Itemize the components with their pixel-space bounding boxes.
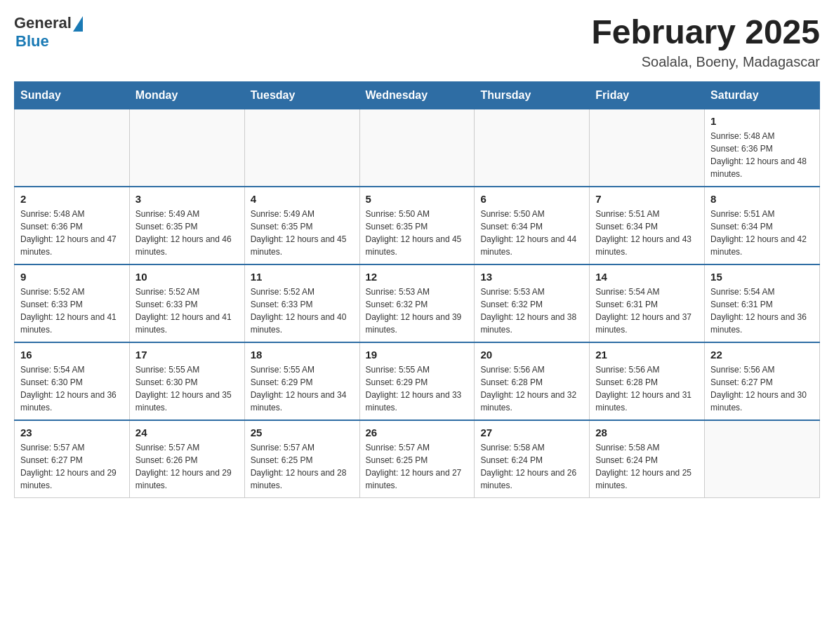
calendar-cell: 23Sunrise: 5:57 AM Sunset: 6:27 PM Dayli… [15, 420, 130, 498]
calendar-cell [705, 420, 820, 498]
calendar-cell: 26Sunrise: 5:57 AM Sunset: 6:25 PM Dayli… [359, 420, 475, 498]
day-number: 15 [710, 271, 814, 283]
calendar-cell: 24Sunrise: 5:57 AM Sunset: 6:26 PM Dayli… [129, 420, 244, 498]
calendar-cell [129, 109, 244, 187]
day-info: Sunrise: 5:57 AM Sunset: 6:27 PM Dayligh… [20, 441, 124, 492]
day-info: Sunrise: 5:48 AM Sunset: 6:36 PM Dayligh… [710, 130, 814, 180]
calendar-cell: 12Sunrise: 5:53 AM Sunset: 6:32 PM Dayli… [359, 264, 475, 342]
col-thursday: Thursday [475, 81, 590, 109]
calendar-cell: 13Sunrise: 5:53 AM Sunset: 6:32 PM Dayli… [475, 264, 590, 342]
day-info: Sunrise: 5:51 AM Sunset: 6:34 PM Dayligh… [595, 208, 699, 258]
day-number: 22 [710, 349, 814, 361]
day-info: Sunrise: 5:49 AM Sunset: 6:35 PM Dayligh… [135, 208, 239, 258]
calendar-cell: 9Sunrise: 5:52 AM Sunset: 6:33 PM Daylig… [15, 264, 130, 342]
calendar-cell [244, 109, 359, 187]
calendar-cell: 1Sunrise: 5:48 AM Sunset: 6:36 PM Daylig… [705, 109, 820, 187]
calendar-week-row-5: 23Sunrise: 5:57 AM Sunset: 6:27 PM Dayli… [15, 420, 820, 498]
calendar-table: Sunday Monday Tuesday Wednesday Thursday… [14, 81, 820, 498]
calendar-cell: 16Sunrise: 5:54 AM Sunset: 6:30 PM Dayli… [15, 342, 130, 420]
calendar-cell: 14Sunrise: 5:54 AM Sunset: 6:31 PM Dayli… [590, 264, 705, 342]
day-number: 10 [135, 271, 239, 283]
calendar-cell: 2Sunrise: 5:48 AM Sunset: 6:36 PM Daylig… [15, 187, 130, 264]
calendar-week-row-4: 16Sunrise: 5:54 AM Sunset: 6:30 PM Dayli… [15, 342, 820, 420]
day-info: Sunrise: 5:55 AM Sunset: 6:29 PM Dayligh… [366, 363, 469, 414]
day-info: Sunrise: 5:55 AM Sunset: 6:30 PM Dayligh… [135, 363, 239, 414]
day-number: 12 [366, 271, 469, 283]
col-saturday: Saturday [705, 81, 820, 109]
page-header: General Blue February 2025 Soalala, Boen… [14, 14, 820, 70]
day-number: 1 [710, 115, 814, 127]
calendar-cell: 28Sunrise: 5:58 AM Sunset: 6:24 PM Dayli… [590, 420, 705, 498]
calendar-cell: 6Sunrise: 5:50 AM Sunset: 6:34 PM Daylig… [475, 187, 590, 264]
calendar-cell [359, 109, 475, 187]
col-tuesday: Tuesday [244, 81, 359, 109]
day-info: Sunrise: 5:56 AM Sunset: 6:28 PM Dayligh… [480, 363, 583, 414]
col-monday: Monday [129, 81, 244, 109]
logo: General Blue [14, 14, 83, 51]
day-info: Sunrise: 5:53 AM Sunset: 6:32 PM Dayligh… [366, 286, 469, 336]
day-number: 5 [366, 193, 469, 205]
day-number: 2 [20, 193, 124, 205]
day-number: 28 [595, 427, 699, 438]
day-info: Sunrise: 5:56 AM Sunset: 6:28 PM Dayligh… [595, 363, 699, 414]
day-info: Sunrise: 5:54 AM Sunset: 6:30 PM Dayligh… [20, 363, 124, 414]
calendar-cell: 18Sunrise: 5:55 AM Sunset: 6:29 PM Dayli… [244, 342, 359, 420]
day-info: Sunrise: 5:57 AM Sunset: 6:25 PM Dayligh… [251, 441, 354, 492]
day-info: Sunrise: 5:57 AM Sunset: 6:25 PM Dayligh… [366, 441, 469, 492]
day-info: Sunrise: 5:50 AM Sunset: 6:34 PM Dayligh… [480, 208, 583, 258]
calendar-cell: 21Sunrise: 5:56 AM Sunset: 6:28 PM Dayli… [590, 342, 705, 420]
logo-general-text: General [14, 14, 72, 32]
day-number: 3 [135, 193, 239, 205]
day-info: Sunrise: 5:57 AM Sunset: 6:26 PM Dayligh… [135, 441, 239, 492]
day-info: Sunrise: 5:49 AM Sunset: 6:35 PM Dayligh… [251, 208, 354, 258]
day-info: Sunrise: 5:51 AM Sunset: 6:34 PM Dayligh… [710, 208, 814, 258]
col-friday: Friday [590, 81, 705, 109]
day-number: 11 [251, 271, 354, 283]
day-number: 7 [595, 193, 699, 205]
day-info: Sunrise: 5:54 AM Sunset: 6:31 PM Dayligh… [710, 286, 814, 336]
day-number: 8 [710, 193, 814, 205]
day-info: Sunrise: 5:58 AM Sunset: 6:24 PM Dayligh… [595, 441, 699, 492]
calendar-cell: 22Sunrise: 5:56 AM Sunset: 6:27 PM Dayli… [705, 342, 820, 420]
col-wednesday: Wednesday [359, 81, 475, 109]
day-number: 21 [595, 349, 699, 361]
day-number: 20 [480, 349, 583, 361]
day-number: 13 [480, 271, 583, 283]
calendar-subtitle: Soalala, Boeny, Madagascar [591, 54, 820, 70]
day-info: Sunrise: 5:52 AM Sunset: 6:33 PM Dayligh… [135, 286, 239, 336]
calendar-week-row-1: 1Sunrise: 5:48 AM Sunset: 6:36 PM Daylig… [15, 109, 820, 187]
day-number: 27 [480, 427, 583, 438]
calendar-cell: 15Sunrise: 5:54 AM Sunset: 6:31 PM Dayli… [705, 264, 820, 342]
calendar-title: February 2025 [591, 14, 820, 51]
calendar-cell [15, 109, 130, 187]
calendar-cell: 20Sunrise: 5:56 AM Sunset: 6:28 PM Dayli… [475, 342, 590, 420]
calendar-cell: 19Sunrise: 5:55 AM Sunset: 6:29 PM Dayli… [359, 342, 475, 420]
day-info: Sunrise: 5:56 AM Sunset: 6:27 PM Dayligh… [710, 363, 814, 414]
title-section: February 2025 Soalala, Boeny, Madagascar [591, 14, 820, 70]
calendar-cell: 8Sunrise: 5:51 AM Sunset: 6:34 PM Daylig… [705, 187, 820, 264]
calendar-week-row-3: 9Sunrise: 5:52 AM Sunset: 6:33 PM Daylig… [15, 264, 820, 342]
calendar-cell: 5Sunrise: 5:50 AM Sunset: 6:35 PM Daylig… [359, 187, 475, 264]
calendar-cell: 10Sunrise: 5:52 AM Sunset: 6:33 PM Dayli… [129, 264, 244, 342]
calendar-cell: 27Sunrise: 5:58 AM Sunset: 6:24 PM Dayli… [475, 420, 590, 498]
calendar-week-row-2: 2Sunrise: 5:48 AM Sunset: 6:36 PM Daylig… [15, 187, 820, 264]
calendar-cell [590, 109, 705, 187]
day-number: 6 [480, 193, 583, 205]
logo-triangle-icon [73, 16, 83, 32]
calendar-cell: 4Sunrise: 5:49 AM Sunset: 6:35 PM Daylig… [244, 187, 359, 264]
day-number: 24 [135, 427, 239, 438]
day-info: Sunrise: 5:55 AM Sunset: 6:29 PM Dayligh… [251, 363, 354, 414]
logo-blue-text: Blue [15, 32, 49, 51]
calendar-cell [475, 109, 590, 187]
day-number: 9 [20, 271, 124, 283]
day-info: Sunrise: 5:52 AM Sunset: 6:33 PM Dayligh… [251, 286, 354, 336]
day-info: Sunrise: 5:48 AM Sunset: 6:36 PM Dayligh… [20, 208, 124, 258]
day-info: Sunrise: 5:50 AM Sunset: 6:35 PM Dayligh… [366, 208, 469, 258]
calendar-cell: 17Sunrise: 5:55 AM Sunset: 6:30 PM Dayli… [129, 342, 244, 420]
day-info: Sunrise: 5:53 AM Sunset: 6:32 PM Dayligh… [480, 286, 583, 336]
col-sunday: Sunday [15, 81, 130, 109]
day-number: 14 [595, 271, 699, 283]
day-number: 26 [366, 427, 469, 438]
calendar-header-row: Sunday Monday Tuesday Wednesday Thursday… [15, 81, 820, 109]
day-number: 17 [135, 349, 239, 361]
